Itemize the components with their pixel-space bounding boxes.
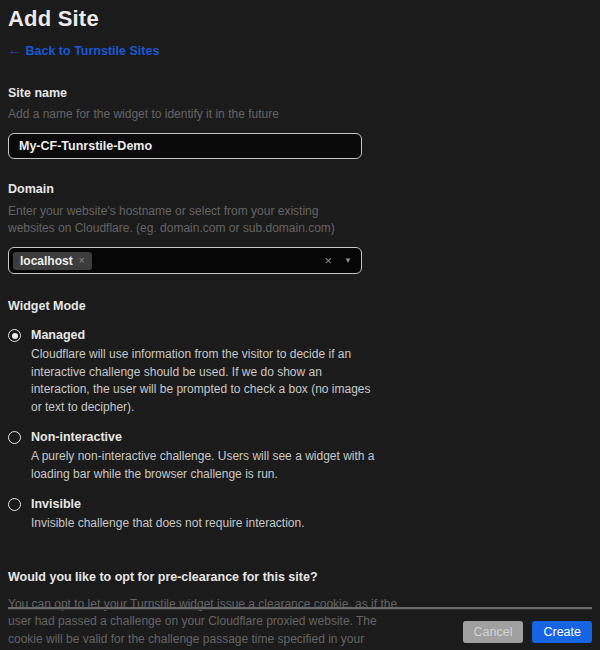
radio-icon-invisible[interactable] (8, 498, 21, 511)
site-name-label: Site name (8, 86, 592, 101)
page-title: Add Site (8, 2, 592, 32)
site-name-help: Add a name for the widget to identify it… (8, 106, 592, 123)
back-link-label: Back to Turnstile Sites (26, 44, 160, 58)
domain-select[interactable]: localhost × × ▼ (8, 247, 362, 274)
back-arrow-icon: ← (8, 44, 21, 58)
domain-section: Domain Enter your website's hostname or … (8, 182, 592, 274)
radio-icon-non-interactive[interactable] (8, 431, 21, 444)
add-site-page: Add Site ← Back to Turnstile Sites Site … (0, 0, 600, 650)
footer-divider (8, 607, 592, 610)
footer: Cancel Create (0, 607, 600, 650)
radio-option-invisible[interactable]: Invisible Invisible challenge that does … (8, 497, 592, 533)
radio-icon-managed[interactable] (8, 329, 21, 342)
radio-option-non-interactive[interactable]: Non-interactive A purely non-interactive… (8, 430, 592, 483)
managed-label: Managed (31, 328, 383, 342)
non-interactive-description: A purely non-interactive challenge. User… (31, 448, 383, 483)
widget-mode-label: Widget Mode (8, 299, 592, 314)
domain-tag-label: localhost (20, 254, 73, 268)
create-button[interactable]: Create (532, 621, 592, 643)
footer-buttons: Cancel Create (8, 621, 592, 643)
chevron-down-icon[interactable]: ▼ (344, 256, 352, 265)
back-link[interactable]: ← Back to Turnstile Sites (8, 44, 159, 58)
remove-tag-icon[interactable]: × (79, 254, 85, 268)
radio-option-managed[interactable]: Managed Cloudflare will use information … (8, 328, 592, 416)
site-name-section: Site name Add a name for the widget to i… (8, 86, 592, 159)
clear-selection-icon[interactable]: × (324, 254, 332, 267)
managed-description: Cloudflare will use information from the… (31, 346, 383, 416)
non-interactive-label: Non-interactive (31, 430, 383, 444)
preclearance-question: Would you like to opt for pre-clearance … (8, 570, 592, 585)
invisible-description: Invisible challenge that does not requir… (31, 515, 305, 533)
domain-label: Domain (8, 182, 592, 197)
domain-help: Enter your website's hostname or select … (8, 203, 358, 237)
invisible-label: Invisible (31, 497, 305, 511)
widget-mode-section: Widget Mode Managed Cloudflare will use … (8, 299, 592, 533)
domain-tag: localhost × (13, 252, 92, 270)
site-name-input[interactable] (8, 133, 362, 159)
cancel-button[interactable]: Cancel (463, 621, 524, 643)
